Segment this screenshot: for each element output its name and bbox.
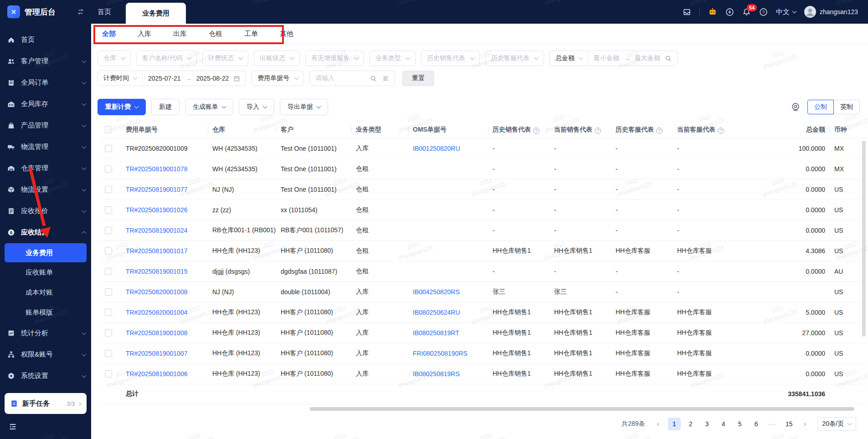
row-checkbox[interactable] bbox=[100, 240, 121, 261]
info-icon[interactable]: ? bbox=[533, 128, 539, 134]
tab-workorder[interactable]: 工单 bbox=[244, 24, 258, 44]
row-checkbox[interactable] bbox=[100, 322, 121, 343]
filter-hist-sales-rep[interactable]: 历史销售代表 bbox=[421, 51, 480, 66]
table-row[interactable]: TR#20250819001077 NJ (NJ) Test One (1011… bbox=[100, 179, 866, 199]
sidebar-item-receivable-settlement[interactable]: $ 应收结算 bbox=[0, 222, 91, 243]
search-icon[interactable] bbox=[370, 75, 377, 82]
download-center-icon[interactable] bbox=[725, 8, 734, 16]
sidebar-item-global-orders[interactable]: 全局订单 bbox=[0, 72, 91, 93]
filter-customer[interactable]: 客户名称/代码 bbox=[136, 51, 197, 66]
top-tab-home[interactable]: 首页 bbox=[89, 0, 119, 24]
sidebar-subitem-business-fees[interactable]: 业务费用 bbox=[5, 243, 87, 262]
newbie-task-card[interactable]: 新手任务 3/3 › bbox=[5, 393, 87, 414]
fee-doc-link[interactable]: TR#20250819001078 bbox=[126, 165, 187, 173]
row-checkbox[interactable] bbox=[100, 138, 121, 158]
table-row[interactable]: TR#20250819001017 HH仓库 (HH123) HH客户 (101… bbox=[100, 240, 866, 261]
fee-doc-link[interactable]: TR#20250820001004 bbox=[126, 309, 187, 316]
tab-other[interactable]: 其他 bbox=[280, 24, 293, 44]
tab-outbound[interactable]: 出库 bbox=[173, 24, 187, 44]
time-field-select[interactable]: 计费时间 bbox=[98, 71, 142, 86]
amount-field-select[interactable]: 总金额 bbox=[550, 51, 588, 66]
table-row[interactable]: TR#20250820001009 WH (42534535) Test One… bbox=[100, 138, 866, 158]
sidebar-subitem-bill-template[interactable]: 账单模版 bbox=[0, 302, 91, 322]
next-page-button[interactable]: › bbox=[799, 418, 811, 430]
fee-doc-link[interactable]: TR#20250819001017 bbox=[126, 247, 187, 255]
row-checkbox[interactable] bbox=[100, 363, 121, 384]
top-tab-business-fees[interactable]: 业务费用 bbox=[126, 3, 186, 24]
notifications-bell-icon[interactable]: 54 bbox=[742, 8, 751, 16]
date-to-input[interactable]: 2025-08-22 bbox=[196, 75, 229, 82]
page-button[interactable]: 4 bbox=[717, 418, 730, 430]
sidebar-item-statistics[interactable]: 统计分析 bbox=[0, 322, 91, 344]
recalculate-button[interactable]: 重新计费 bbox=[98, 99, 146, 115]
row-checkbox[interactable] bbox=[100, 158, 121, 179]
info-icon[interactable]: ? bbox=[656, 128, 663, 134]
help-icon[interactable]: ? bbox=[759, 8, 768, 16]
page-button[interactable]: ··· bbox=[766, 418, 779, 430]
sidebar-item-customers[interactable]: 客户管理 bbox=[0, 51, 91, 72]
row-checkbox[interactable] bbox=[100, 302, 121, 322]
inbox-tray-icon[interactable] bbox=[683, 8, 691, 16]
horizontal-scrollbar-thumb[interactable] bbox=[310, 407, 854, 411]
create-button[interactable]: 新建 bbox=[151, 99, 180, 115]
page-button[interactable]: 5 bbox=[734, 418, 746, 430]
filter-biz-type[interactable]: 业务类型 bbox=[370, 51, 416, 66]
prev-page-button[interactable]: ‹ bbox=[652, 418, 664, 430]
page-button[interactable]: 1 bbox=[668, 418, 681, 430]
sidebar-item-products[interactable]: 产品管理 bbox=[0, 115, 91, 136]
sidebar-item-logistics-settings[interactable]: 物流设置 bbox=[0, 179, 91, 200]
sidebar-item-receivable-quotation[interactable]: 应收报价 bbox=[0, 200, 91, 222]
sidebar-item-permissions[interactable]: 权限&账号 bbox=[0, 344, 91, 365]
tab-all[interactable]: 全部 bbox=[102, 24, 116, 44]
filter-hist-service-rep[interactable]: 历史客服代表 bbox=[485, 51, 544, 66]
fee-doc-link[interactable]: TR#20250819001006 bbox=[126, 370, 187, 378]
sidebar-subitem-receivable-bills[interactable]: 应收账单 bbox=[0, 262, 91, 282]
page-size-select[interactable]: 20条/页 bbox=[817, 417, 856, 431]
row-checkbox[interactable] bbox=[100, 343, 121, 363]
row-checkbox[interactable] bbox=[100, 261, 121, 281]
list-filter-icon[interactable] bbox=[382, 75, 389, 82]
info-icon[interactable]: ? bbox=[718, 128, 724, 134]
fee-doc-link[interactable]: TR#20250819001077 bbox=[126, 186, 187, 193]
filter-billout-status[interactable]: 出账状态 bbox=[254, 51, 300, 66]
reset-button[interactable]: 重置 bbox=[402, 71, 434, 86]
keyword-search-input[interactable]: 请输入 bbox=[309, 71, 395, 86]
fee-doc-link[interactable]: TR#20250819001024 bbox=[126, 227, 187, 234]
oms-doc-link[interactable]: IB001250820RU bbox=[413, 145, 460, 152]
import-button[interactable]: 导入 bbox=[239, 99, 274, 115]
tab-inbound[interactable]: 入库 bbox=[138, 24, 151, 44]
table-row[interactable]: TR#20250819001008 HH仓库 (HH123) HH客户 (101… bbox=[100, 322, 866, 343]
table-row[interactable]: TR#20250819001024 RB仓库001-1 (RB001) RB客户… bbox=[100, 220, 866, 240]
info-icon[interactable]: ? bbox=[595, 128, 601, 134]
page-button[interactable]: 6 bbox=[750, 418, 763, 430]
fee-doc-link[interactable]: TR#20250819001007 bbox=[126, 350, 187, 357]
select-all-checkbox[interactable] bbox=[100, 122, 121, 138]
swap-tabs-icon[interactable] bbox=[77, 0, 85, 24]
sidebar-item-logistics[interactable]: 物流管理 bbox=[0, 136, 91, 158]
date-from-input[interactable]: 2025-07-21 bbox=[148, 75, 181, 82]
row-checkbox[interactable] bbox=[100, 281, 121, 302]
table-settings-icon[interactable] bbox=[791, 102, 800, 112]
fee-doc-link[interactable]: TR#20250820001009 bbox=[126, 145, 187, 152]
imperial-button[interactable]: 英制 bbox=[834, 100, 860, 114]
min-amount-input[interactable]: 最小金额 bbox=[594, 54, 619, 62]
vertical-scrollbar[interactable] bbox=[862, 141, 866, 337]
page-button[interactable]: 15 bbox=[783, 418, 796, 430]
sidebar-item-home[interactable]: 首页 bbox=[0, 29, 91, 51]
filter-vas[interactable]: 有无增值服务 bbox=[305, 51, 364, 66]
sidebar-item-global-inventory[interactable]: 全局库存 bbox=[0, 93, 91, 115]
fee-doc-link[interactable]: TR#20250819001026 bbox=[126, 206, 187, 214]
tab-storage[interactable]: 仓租 bbox=[209, 24, 222, 44]
row-checkbox[interactable] bbox=[100, 199, 121, 220]
sidebar-item-system-settings[interactable]: 系统设置 bbox=[0, 365, 91, 387]
amount-range-inputs[interactable]: 最小金额 → 最大金额 bbox=[588, 51, 677, 66]
oms-doc-link[interactable]: IB004250820RS bbox=[413, 288, 460, 296]
table-row[interactable]: TR#20250819001006 HH仓库 (HH123) HH客户 (101… bbox=[100, 363, 866, 384]
oms-doc-link[interactable]: FRI0802508190RS bbox=[413, 350, 467, 357]
table-row[interactable]: TR#20250820001008 NJ (NJ) double (101100… bbox=[100, 281, 866, 302]
fee-doc-link[interactable]: TR#20250819001008 bbox=[126, 329, 187, 337]
table-row[interactable]: TR#20250819001007 HH仓库 (HH123) HH客户 (101… bbox=[100, 343, 866, 363]
doc-field-select[interactable]: 费用单据号 bbox=[252, 71, 304, 86]
robot-assistant-icon[interactable] bbox=[708, 7, 717, 16]
fee-doc-link[interactable]: TR#20250819001015 bbox=[126, 268, 187, 275]
